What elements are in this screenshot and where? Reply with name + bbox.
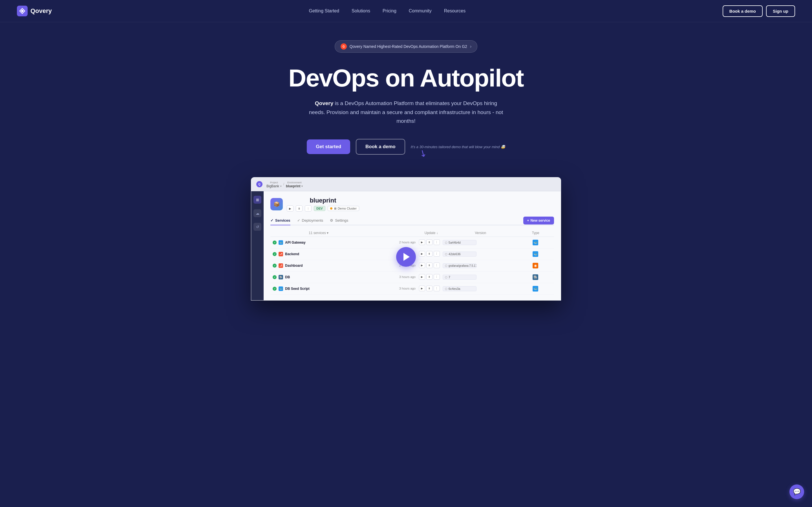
row-pause-btn[interactable]: ⏸ [426,274,433,280]
version-tag: ⬡ 42de636 [443,251,476,257]
navbar: Qovery Getting Started Solutions Pricing… [0,0,812,22]
project-chevron-icon: ▾ [280,185,282,187]
service-type-icon: 🐳 [278,240,283,245]
status-icon-running: ✓ [273,240,276,244]
env-more-button[interactable]: ⋮ [305,205,312,212]
row-play-btn[interactable]: ▶ [419,251,425,257]
row-more-btn[interactable]: ⋮ [434,251,440,257]
env-controls: ▶ ⏸ ⋮ DEV 🖥 Demo Cluster [287,205,359,212]
tab-deployments[interactable]: ✓ Deployments [297,216,323,225]
svg-point-1 [21,10,23,12]
breadcrumb-separator: / [283,182,284,186]
git-icon: ⬡ [445,287,448,290]
git-icon: ⬡ [445,276,448,279]
service-version: ⬡ 6c4es3a [443,286,517,291]
env-display-name: blueprint [287,197,359,204]
env-play-button[interactable]: ▶ [287,205,294,212]
get-started-button[interactable]: Get started [307,139,350,154]
nav-book-demo-button[interactable]: Book a demo [723,5,763,17]
service-type-icon: ⎇ [278,263,283,268]
row-play-btn[interactable]: ▶ [419,263,425,268]
row-more-btn[interactable]: ⋮ [434,263,440,268]
cluster-badge: 🖥 Demo Cluster [327,206,359,211]
service-type-icon: 🐘 [278,275,283,279]
nav-resources[interactable]: Resources [444,8,465,13]
env-name: blueprint ▾ [286,184,303,188]
version-tag: ⬡ 7 [443,275,476,280]
announcement-banner[interactable]: G Qovery Named Highest-Rated DevOps Auto… [335,40,477,53]
nav-getting-started[interactable]: Getting Started [309,8,339,13]
app-tabs: ✓ Services ✓ Deployments ⚙ Settings + [270,216,554,225]
row-play-btn[interactable]: ▶ [419,274,425,280]
service-version: ⬡ grafana/grafana:7.5.17 [443,263,517,268]
breadcrumb: Project BigBank ▾ / Environment blueprin… [266,180,303,188]
nav-signup-button[interactable]: Sign up [766,5,795,17]
row-play-btn[interactable]: ▶ [419,286,425,291]
row-actions: 3 hours ago ▶ ⏸ ⋮ [365,286,440,291]
env-icon: 📦 [270,198,283,210]
row-more-btn[interactable]: ⋮ [434,286,440,291]
nav-solutions[interactable]: Solutions [352,8,370,13]
service-update-time: 2 hours ago ▶ ⏸ ⋮ [365,239,442,245]
service-type-icon: ⎇ [278,252,283,256]
tab-settings[interactable]: ⚙ Settings [330,216,348,225]
book-demo-hero-button[interactable]: Book a demo [356,139,405,155]
row-actions: 3 hours ago ▶ ⏸ ⋮ [365,274,440,280]
app-main-content: 📦 blueprint ▶ ⏸ ⋮ DEV 🖥 [264,191,561,300]
env-header: 📦 blueprint ▶ ⏸ ⋮ DEV 🖥 [270,197,554,212]
logo-icon [17,6,28,16]
app-screenshot-container: Q Project BigBank ▾ / Environment bluepr… [251,177,561,300]
status-icon-running: ✓ [273,252,276,256]
col-header-name: 11 services ▾ [273,231,364,235]
version-tag: ⬡ 5a44b4d [443,240,476,245]
col-header-version: Version [444,231,517,235]
env-breadcrumb: Environment blueprint ▾ [286,180,303,188]
sidebar-icon-dashboard[interactable]: ⊞ [253,196,261,204]
row-play-btn[interactable]: ▶ [419,239,425,245]
project-name: BigBank ▾ [266,184,282,188]
tab-services[interactable]: ✓ Services [270,216,290,225]
project-label: Project [270,181,278,184]
row-pause-btn[interactable]: ⏸ [426,251,433,257]
new-service-button[interactable]: + New service [523,217,554,224]
service-name-db-seed: ✓ 🐳 DB Seed Script [273,286,365,291]
service-type: 🐳 [517,251,554,257]
video-play-button[interactable] [396,247,416,267]
table-row: ✓ 🐳 DB Seed Script 3 hours ago ▶ ⏸ ⋮ [270,283,554,295]
app-window: Q Project BigBank ▾ / Environment bluepr… [251,177,561,300]
sidebar-icon-cloud[interactable]: ☁ [253,209,261,217]
tab-deployments-icon: ✓ [297,218,300,223]
version-tag: ⬡ 6c4es3a [443,286,476,291]
status-icon-running: ✓ [273,264,276,268]
row-more-btn[interactable]: ⋮ [434,274,440,280]
type-icon-docker: 🐳 [532,240,538,245]
row-more-btn[interactable]: ⋮ [434,239,440,245]
col-header-type: Type [517,231,554,235]
sidebar-icon-history[interactable]: ↺ [253,223,261,231]
git-icon: ⬡ [445,241,448,244]
nav-community[interactable]: Community [409,8,432,13]
table-header: 11 services ▾ Update ↓ Version Type [270,229,554,237]
tab-services-icon: ✓ [270,218,273,223]
row-pause-btn[interactable]: ⏸ [426,286,433,291]
row-pause-btn[interactable]: ⏸ [426,263,433,268]
service-type-icon: 🐳 [278,286,283,291]
hero-subtitle-rest: is a DevOps Automation Platform that eli… [309,100,503,124]
service-update-time: 3 hours ago ▶ ⏸ ⋮ [365,286,442,292]
row-pause-btn[interactable]: ⏸ [426,239,433,245]
hero-section: G Qovery Named Highest-Rated DevOps Auto… [0,22,812,300]
service-version: ⬡ 5a44b4d [443,240,517,245]
nav-actions: Book a demo Sign up [723,5,795,17]
env-pause-button[interactable]: ⏸ [296,205,303,212]
service-update-time: 3 hours ago ▶ ⏸ ⋮ [365,274,442,280]
env-dev-badge: DEV [314,206,325,211]
service-version: ⬡ 7 [443,275,517,280]
nav-links: Getting Started Solutions Pricing Commun… [309,8,465,13]
nav-pricing[interactable]: Pricing [383,8,396,13]
type-icon-grafana: ◉ [532,263,538,269]
service-name-dashboard: ✓ ⎇ Dashboard [273,263,365,268]
service-name-api-gateway: ✓ 🐳 API Gateway [273,240,365,245]
app-titlebar: Q Project BigBank ▾ / Environment bluepr… [251,177,561,191]
logo-link[interactable]: Qovery [17,6,52,16]
chat-button[interactable]: 💬 [790,485,804,499]
